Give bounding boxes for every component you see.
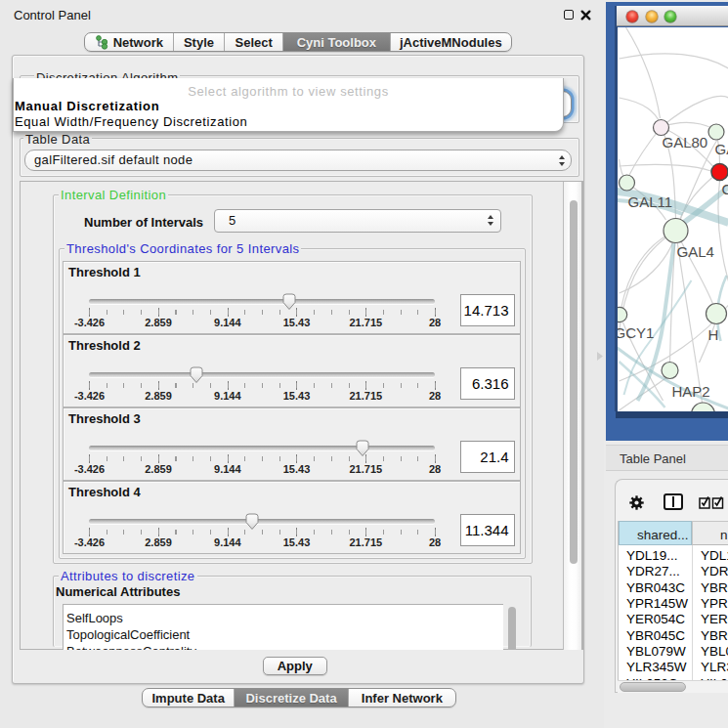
svg-text:HAP2: HAP2 — [671, 383, 709, 400]
svg-text:C: C — [721, 181, 728, 197]
svg-text:GA.: GA. — [714, 141, 728, 157]
svg-text:H: H — [707, 326, 718, 343]
svg-text:GAL80: GAL80 — [662, 134, 707, 150]
svg-text:GCY1: GCY1 — [618, 324, 654, 341]
svg-text:GAL4: GAL4 — [676, 243, 713, 260]
svg-text:GAL11: GAL11 — [627, 193, 672, 210]
